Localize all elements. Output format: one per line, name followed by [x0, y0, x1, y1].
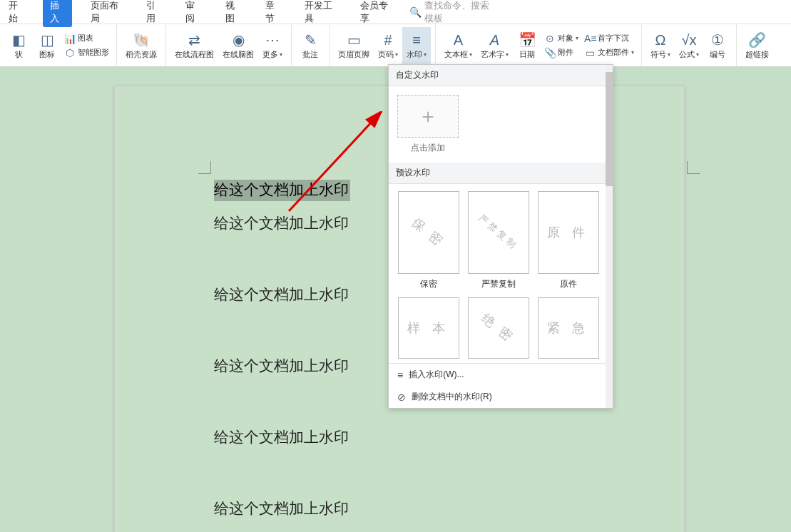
- wordart-button[interactable]: A 艺术字▾: [476, 27, 513, 64]
- ribbon: ◧ 状 ◫ 图标 📊图表 ⬡智能图形 🐚 稻壳资源 ⇄ 在线流程图 ◉ 在线脑图…: [0, 24, 791, 67]
- numbering-button[interactable]: ① 编号: [703, 27, 732, 64]
- document-line[interactable]: 给这个文档加上水印: [214, 427, 349, 447]
- preset-topsecret[interactable]: 绝 密: [467, 297, 530, 359]
- chart-icon: 📊: [64, 33, 76, 44]
- smartart-icon: ⬡: [64, 47, 76, 58]
- more-icon: ⋯: [265, 31, 280, 49]
- preset-confidential[interactable]: 保 密 保密: [397, 191, 460, 290]
- margin-corner: [198, 161, 211, 174]
- chevron-down-icon: ▾: [424, 51, 427, 58]
- numbering-icon: ①: [711, 31, 724, 49]
- tab-section[interactable]: 章节: [260, 0, 287, 28]
- icon-button[interactable]: ◫ 图标: [33, 27, 61, 64]
- docer-resources-button[interactable]: 🐚 稻壳资源: [121, 27, 161, 64]
- header-footer-icon: ▭: [347, 31, 361, 49]
- tab-review[interactable]: 审阅: [180, 0, 207, 28]
- chevron-down-icon: ▾: [280, 51, 282, 58]
- custom-watermark-header: 自定义水印: [389, 65, 613, 86]
- comment-icon: ✎: [305, 31, 317, 49]
- attachment-button[interactable]: 📎附件: [544, 47, 578, 58]
- plus-icon: ＋: [418, 103, 438, 130]
- dropcap-icon: A≡: [584, 33, 596, 44]
- doc-parts-icon: ▭: [584, 47, 596, 58]
- chevron-down-icon: ▾: [696, 51, 699, 58]
- search-icon: 🔍: [409, 6, 422, 18]
- command-search[interactable]: 🔍 查找命令、搜索模板: [409, 0, 491, 25]
- chevron-down-icon: ▾: [469, 51, 472, 58]
- doc-parts-button[interactable]: ▭文档部件▾: [584, 47, 634, 58]
- equation-button[interactable]: √x 公式▾: [675, 27, 703, 64]
- watermark-dropdown: 自定义水印 ＋ 点击添加 预设水印 保 密 保密 严禁复制 严禁复制 原 件 原…: [388, 64, 613, 409]
- shape-icon: ◧: [12, 31, 26, 49]
- preset-original[interactable]: 原 件 原件: [537, 191, 600, 290]
- watermark-button[interactable]: ≡ 水印▾: [402, 27, 431, 64]
- margin-corner: [687, 161, 700, 174]
- tab-page-layout[interactable]: 页面布局: [85, 0, 127, 28]
- document-line[interactable]: 给这个文档加上水印: [214, 285, 349, 305]
- shapes-button[interactable]: ◧ 状: [4, 27, 33, 64]
- remove-watermark-item[interactable]: ⊘ 删除文档中的水印(R): [389, 386, 613, 408]
- docer-icon: 🐚: [133, 31, 150, 49]
- insert-watermark-item[interactable]: ≡ 插入水印(W)...: [389, 364, 613, 386]
- add-tile-label: 点击添加: [397, 142, 459, 154]
- attachment-icon: 📎: [544, 47, 556, 58]
- comment-button[interactable]: ✎ 批注: [296, 27, 325, 64]
- equation-icon: √x: [682, 31, 697, 49]
- tab-view[interactable]: 视图: [220, 0, 247, 28]
- preset-watermark-header: 预设水印: [389, 163, 613, 184]
- wordart-icon: A: [490, 31, 499, 49]
- hyperlink-icon: 🔗: [748, 31, 766, 49]
- online-flowchart-button[interactable]: ⇄ 在线流程图: [170, 27, 218, 64]
- tab-member[interactable]: 会员专享: [354, 0, 397, 28]
- preset-nocopy[interactable]: 严禁复制 严禁复制: [467, 191, 530, 290]
- flowchart-icon: ⇄: [188, 31, 200, 49]
- chart-button[interactable]: 📊图表: [64, 33, 109, 44]
- tab-insert[interactable]: 插入: [43, 0, 73, 27]
- document-line[interactable]: 给这个文档加上水印: [214, 498, 349, 518]
- icons-icon: ◫: [41, 31, 54, 49]
- preset-urgent[interactable]: 紧 急: [537, 297, 600, 359]
- textbox-icon: A: [454, 31, 463, 49]
- symbol-icon: Ω: [655, 31, 666, 49]
- object-icon: ⊙: [544, 33, 556, 44]
- document-line[interactable]: 给这个文档加上水印: [214, 356, 349, 376]
- document-line[interactable]: 给这个文档加上水印: [214, 213, 349, 233]
- chevron-down-icon: ▾: [506, 51, 509, 58]
- textbox-button[interactable]: A 文本框▾: [440, 27, 476, 64]
- mindmap-icon: ◉: [233, 31, 245, 49]
- add-custom-watermark[interactable]: ＋: [397, 95, 459, 138]
- object-button[interactable]: ⊙对象▾: [544, 33, 578, 44]
- header-footer-button[interactable]: ▭ 页眉页脚: [334, 27, 374, 64]
- page-number-button[interactable]: # 页码▾: [374, 27, 402, 64]
- page-number-icon: #: [384, 31, 392, 49]
- remove-watermark-icon: ⊘: [397, 392, 406, 403]
- chevron-down-icon: ▾: [576, 35, 578, 41]
- tabs-bar: 开始 插入 页面布局 引用 审阅 视图 章节 开发工具 会员专享 🔍 查找命令、…: [0, 0, 791, 24]
- dropcap-button[interactable]: A≡首字下沉: [584, 33, 634, 44]
- tab-start[interactable]: 开始: [3, 0, 30, 28]
- more-button[interactable]: ⋯ 更多▾: [258, 27, 287, 64]
- chevron-down-icon: ▾: [395, 51, 398, 58]
- search-placeholder: 查找命令、搜索模板: [424, 0, 491, 25]
- hyperlink-button[interactable]: 🔗 超链接: [741, 27, 773, 64]
- smartart-button[interactable]: ⬡智能图形: [64, 47, 109, 58]
- tab-dev-tools[interactable]: 开发工具: [299, 0, 341, 28]
- watermark-icon: ≡: [412, 31, 421, 49]
- preset-sample[interactable]: 样 本: [397, 297, 460, 359]
- symbol-button[interactable]: Ω 符号▾: [646, 27, 675, 64]
- calendar-icon: 📅: [519, 31, 536, 49]
- chevron-down-icon: ▾: [631, 49, 634, 56]
- date-button[interactable]: 📅 日期: [513, 27, 541, 64]
- watermark-icon: ≡: [397, 369, 403, 381]
- tab-references[interactable]: 引用: [141, 0, 168, 28]
- chevron-down-icon: ▾: [668, 51, 670, 58]
- online-mindmap-button[interactable]: ◉ 在线脑图: [218, 27, 258, 64]
- dropdown-scrollbar[interactable]: [606, 65, 613, 408]
- document-line[interactable]: 给这个文档加上水印: [214, 180, 350, 201]
